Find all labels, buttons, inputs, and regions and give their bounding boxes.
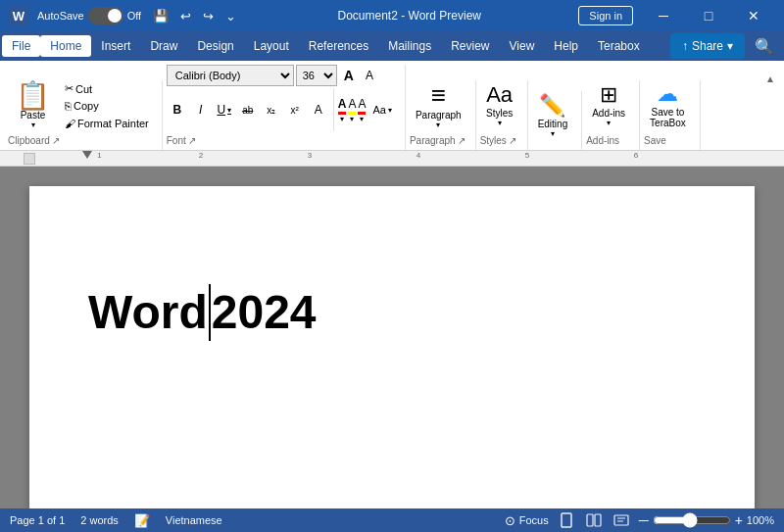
signin-button[interactable]: Sign in — [578, 6, 633, 25]
change-case-button[interactable]: Aa ▾ — [368, 99, 396, 121]
word-count[interactable]: 2 words — [80, 514, 119, 526]
editing-dropdown[interactable]: ▾ — [551, 129, 555, 138]
view-single-page[interactable] — [557, 510, 576, 530]
language-item[interactable]: Vietnamese — [166, 514, 222, 526]
save-quick-btn[interactable]: 💾 — [149, 7, 172, 25]
maximize-button[interactable]: □ — [686, 0, 731, 31]
menu-review[interactable]: Review — [441, 35, 499, 57]
styles-dropdown[interactable]: ▾ — [498, 119, 502, 127]
save-group-label: Save — [644, 135, 692, 146]
clipboard-small-btns: ✂ Cut ⎘ Copy 🖌 Format Painter — [60, 80, 154, 131]
customize-btn[interactable]: ⌄ — [221, 7, 240, 25]
underline-dropdown[interactable]: ▾ — [227, 106, 231, 115]
page-info[interactable]: Page 1 of 1 — [10, 514, 65, 526]
addins-button[interactable]: ⊞ Add-ins ▾ — [586, 80, 631, 131]
window-title: Document2 - Word Preview — [248, 9, 570, 23]
menu-references[interactable]: References — [299, 35, 378, 57]
page-info-label: Page 1 of 1 — [10, 514, 65, 526]
clipboard-expand-icon[interactable]: ↗ — [52, 135, 60, 146]
quick-access-toolbar: 💾 ↩ ↪ ⌄ — [149, 7, 240, 25]
status-bar: Page 1 of 1 2 words 📝 Vietnamese ⊙ Focus… — [0, 508, 784, 532]
superscript-button[interactable]: x² — [284, 99, 306, 121]
editing-label: Editing — [538, 119, 568, 129]
zoom-in-button[interactable]: + — [735, 512, 743, 528]
ruler-content: 1 2 3 4 5 6 — [39, 151, 764, 166]
menu-help[interactable]: Help — [544, 35, 588, 57]
focus-item[interactable]: ⊙ Focus — [505, 513, 549, 528]
menu-insert[interactable]: Insert — [91, 35, 140, 57]
title-bar: W AutoSave Off 💾 ↩ ↪ ⌄ Document2 - Word … — [0, 0, 784, 31]
addins-dropdown[interactable]: ▾ — [607, 119, 611, 127]
ruler-toggle[interactable] — [24, 153, 35, 165]
font-size-select[interactable]: 36 — [296, 65, 337, 86]
collapse-ribbon-button[interactable]: ▲ — [760, 69, 780, 88]
menu-layout[interactable]: Layout — [244, 35, 299, 57]
save-terabox-button[interactable]: ☁ Save toTeraBox — [644, 80, 692, 131]
copy-button[interactable]: ⎘ Copy — [60, 98, 154, 115]
minimize-button[interactable]: ─ — [641, 0, 686, 31]
redo-btn[interactable]: ↪ — [199, 7, 218, 25]
highlight-btn[interactable]: A ▾ — [348, 97, 356, 123]
paste-dropdown[interactable]: ▾ — [31, 121, 35, 129]
proofing-icon-item[interactable]: 📝 — [134, 513, 150, 528]
strikethrough-button[interactable]: ab — [237, 99, 259, 121]
menu-draw[interactable]: Draw — [140, 35, 187, 57]
font-row2: B I U ▾ ab x₂ x² A A ▾ A ▾ A — [167, 88, 397, 131]
clear-format-button[interactable]: A — [308, 99, 329, 121]
document-content[interactable]: Word 2024 — [88, 225, 696, 341]
document-page[interactable]: Word 2024 — [29, 186, 755, 508]
view-web[interactable] — [612, 510, 631, 530]
focus-icon: ⊙ — [505, 513, 515, 528]
italic-button[interactable]: I — [190, 99, 212, 121]
text-color-dropdown[interactable]: ▾ — [360, 115, 364, 123]
ribbon-save-group: ☁ Save toTeraBox Save — [640, 80, 701, 150]
undo-btn[interactable]: ↩ — [176, 7, 195, 25]
share-label: Share — [692, 39, 723, 53]
underline-button[interactable]: U ▾ — [214, 99, 235, 121]
case-dropdown[interactable]: ▾ — [388, 106, 392, 115]
subscript-button[interactable]: x₂ — [261, 99, 282, 121]
editing-icon: ✏️ — [539, 95, 565, 117]
paste-button[interactable]: 📋 Paste ▾ — [8, 80, 58, 131]
text-before-cursor: Word — [88, 285, 208, 339]
font-color-btn[interactable]: A ▾ — [338, 97, 347, 123]
view-multi-page[interactable] — [584, 510, 604, 530]
paragraph-dropdown[interactable]: ▾ — [436, 121, 440, 129]
text-color-btn[interactable]: A ▾ — [358, 97, 366, 123]
close-button[interactable]: ✕ — [731, 0, 776, 31]
menu-view[interactable]: View — [500, 35, 545, 57]
indent-marker[interactable] — [82, 151, 92, 159]
paragraph-expand-icon[interactable]: ↗ — [458, 135, 466, 146]
font-expand-icon[interactable]: ↗ — [188, 135, 196, 146]
font-family-select[interactable]: Calibri (Body) — [167, 65, 294, 86]
share-dropdown-arrow[interactable]: ▾ — [727, 39, 733, 53]
ribbon-editing-group: ✏️ Editing ▾ — [528, 91, 583, 150]
zoom-percent[interactable]: 100% — [747, 514, 774, 526]
format-painter-button[interactable]: 🖌 Format Painter — [60, 116, 154, 132]
menu-file[interactable]: File — [2, 35, 40, 57]
zoom-slider[interactable] — [653, 513, 731, 527]
svg-rect-0 — [562, 513, 571, 527]
editing-button[interactable]: ✏️ Editing ▾ — [532, 91, 574, 142]
zoom-out-button[interactable]: ─ — [639, 512, 649, 528]
styles-expand-icon[interactable]: ↗ — [509, 135, 516, 146]
styles-button[interactable]: Aa Styles ▾ — [480, 80, 519, 131]
autosave-toggle[interactable] — [88, 7, 123, 24]
grow-font-button[interactable]: A — [339, 65, 359, 86]
share-button[interactable]: ↑ Share ▾ — [670, 33, 745, 59]
language-label: Vietnamese — [166, 514, 222, 526]
ribbon-paragraph-group: ≡ Paragraph ▾ Paragraph ↗ — [406, 80, 476, 150]
paragraph-button[interactable]: ≡ Paragraph ▾ — [410, 80, 467, 131]
bold-button[interactable]: B — [167, 99, 188, 121]
person-search-button[interactable]: 🔍 — [751, 37, 778, 56]
ribbon-clipboard-group: 📋 Paste ▾ ✂ Cut ⎘ Copy 🖌 Format Painter … — [4, 80, 163, 150]
menu-home[interactable]: Home — [40, 35, 91, 57]
menu-design[interactable]: Design — [187, 35, 243, 57]
autosave-label: AutoSave — [37, 10, 84, 22]
menu-mailings[interactable]: Mailings — [378, 35, 441, 57]
cut-button[interactable]: ✂ Cut — [60, 80, 154, 97]
highlight-dropdown[interactable]: ▾ — [350, 115, 354, 123]
menu-terabox[interactable]: Terabox — [588, 35, 650, 57]
shrink-font-button[interactable]: A — [361, 65, 378, 86]
font-color-dropdown[interactable]: ▾ — [340, 115, 344, 123]
